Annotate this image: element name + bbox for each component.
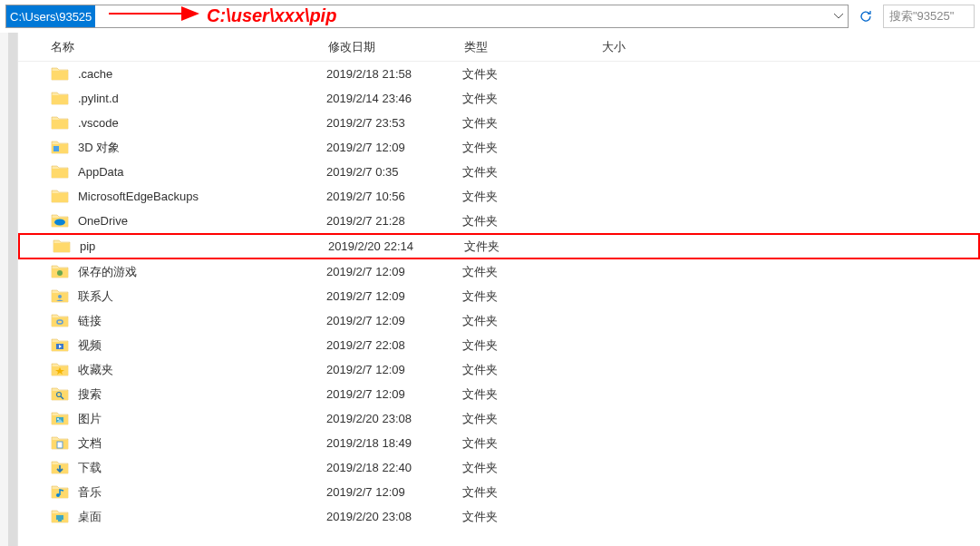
address-bar[interactable]: C:\Users\93525 xyxy=(5,5,849,28)
file-type: 文件夹 xyxy=(453,460,591,476)
file-date: 2019/2/20 23:08 xyxy=(317,412,453,425)
file-row[interactable]: 保存的游戏2019/2/7 12:09文件夹 xyxy=(18,259,980,284)
file-name: 桌面 xyxy=(78,509,317,525)
file-date: 2019/2/7 21:28 xyxy=(317,214,453,228)
folder-icon xyxy=(51,508,69,526)
file-row[interactable]: 桌面2019/2/20 23:08文件夹 xyxy=(18,504,980,529)
file-row[interactable]: OneDrive2019/2/7 21:28文件夹 xyxy=(18,209,980,233)
file-name: 音乐 xyxy=(78,484,317,501)
file-date: 2019/2/7 12:09 xyxy=(317,141,453,154)
folder-icon xyxy=(51,361,69,379)
file-date: 2019/2/7 12:09 xyxy=(317,363,453,376)
folder-icon xyxy=(51,212,69,230)
search-input[interactable]: 搜索"93525" xyxy=(883,5,975,28)
file-name: 下载 xyxy=(78,460,317,476)
file-name: 3D 对象 xyxy=(78,140,317,156)
file-row[interactable]: 音乐2019/2/7 12:09文件夹 xyxy=(18,480,980,504)
svg-rect-2 xyxy=(53,146,59,151)
file-row[interactable]: 图片2019/2/20 23:08文件夹 xyxy=(18,406,980,431)
file-row[interactable]: 视频2019/2/7 22:08文件夹 xyxy=(18,333,980,357)
file-name: 联系人 xyxy=(78,288,317,305)
file-row[interactable]: .cache2019/2/18 21:58文件夹 xyxy=(18,62,980,86)
file-date: 2019/2/18 18:49 xyxy=(317,436,453,450)
file-row[interactable]: .vscode2019/2/7 23:53文件夹 xyxy=(18,111,980,135)
file-name: AppData xyxy=(78,165,317,179)
file-type: 文件夹 xyxy=(453,66,591,83)
file-row[interactable]: .pylint.d2019/2/14 23:46文件夹 xyxy=(18,86,980,111)
file-date: 2019/2/7 23:53 xyxy=(317,116,453,130)
svg-point-5 xyxy=(58,295,62,298)
file-date: 2019/2/7 12:09 xyxy=(317,265,453,278)
search-placeholder: 搜索"93525" xyxy=(889,8,954,24)
file-date: 2019/2/18 22:40 xyxy=(317,461,453,474)
column-headers: 名称 修改日期 类型 大小 xyxy=(18,33,980,62)
folder-icon xyxy=(51,288,69,306)
file-type: 文件夹 xyxy=(453,213,591,229)
svg-point-13 xyxy=(57,418,59,420)
column-size[interactable]: 大小 xyxy=(593,39,702,55)
folder-icon xyxy=(51,90,69,108)
file-type: 文件夹 xyxy=(453,91,591,107)
file-name: 视频 xyxy=(78,337,317,354)
file-type: 文件夹 xyxy=(453,189,591,205)
file-name: 链接 xyxy=(78,313,317,329)
file-name: .pylint.d xyxy=(78,92,317,105)
file-row[interactable]: 3D 对象2019/2/7 12:09文件夹 xyxy=(18,135,980,160)
file-row[interactable]: MicrosoftEdgeBackups2019/2/7 10:56文件夹 xyxy=(18,184,980,209)
svg-rect-15 xyxy=(57,442,63,448)
file-date: 2019/2/7 0:35 xyxy=(317,165,453,179)
file-row[interactable]: pip2019/2/20 22:14文件夹 xyxy=(18,233,980,259)
file-type: 文件夹 xyxy=(453,140,591,156)
file-type: 文件夹 xyxy=(453,164,591,180)
address-dropdown-icon[interactable] xyxy=(830,5,848,27)
file-date: 2019/2/7 12:09 xyxy=(317,387,453,401)
file-row[interactable]: 链接2019/2/7 12:09文件夹 xyxy=(18,308,980,333)
file-name: 收藏夹 xyxy=(78,362,317,378)
folder-icon xyxy=(51,263,69,281)
file-name: 搜索 xyxy=(78,386,317,403)
file-date: 2019/2/7 22:08 xyxy=(317,338,453,352)
column-name[interactable]: 名称 xyxy=(18,39,319,55)
file-name: MicrosoftEdgeBackups xyxy=(78,190,317,203)
file-name: 保存的游戏 xyxy=(78,264,317,280)
svg-point-3 xyxy=(54,219,65,225)
file-date: 2019/2/7 12:09 xyxy=(317,314,453,327)
folder-icon xyxy=(51,65,69,83)
navigation-pane-edge xyxy=(0,33,18,546)
file-name: OneDrive xyxy=(78,214,317,228)
file-date: 2019/2/18 21:58 xyxy=(317,67,453,81)
file-date: 2019/2/7 12:09 xyxy=(317,485,453,499)
file-type: 文件夹 xyxy=(453,435,591,452)
file-date: 2019/2/7 12:09 xyxy=(317,289,453,303)
file-date: 2019/2/14 23:46 xyxy=(317,92,453,105)
file-list: .cache2019/2/18 21:58文件夹.pylint.d2019/2/… xyxy=(18,62,980,529)
refresh-button[interactable] xyxy=(854,5,878,28)
folder-icon xyxy=(51,483,69,502)
folder-icon xyxy=(51,434,69,453)
file-type: 文件夹 xyxy=(453,509,591,525)
folder-icon xyxy=(51,163,69,181)
column-type[interactable]: 类型 xyxy=(455,39,593,55)
file-row[interactable]: 联系人2019/2/7 12:09文件夹 xyxy=(18,284,980,308)
folder-icon xyxy=(51,336,69,355)
file-row[interactable]: 收藏夹2019/2/7 12:09文件夹 xyxy=(18,357,980,382)
file-type: 文件夹 xyxy=(453,337,591,354)
file-type: 文件夹 xyxy=(453,264,591,280)
file-name: .vscode xyxy=(78,116,317,130)
folder-icon xyxy=(51,139,69,157)
file-row[interactable]: AppData2019/2/7 0:35文件夹 xyxy=(18,160,980,184)
file-row[interactable]: 下载2019/2/18 22:40文件夹 xyxy=(18,455,980,480)
folder-icon xyxy=(51,410,69,428)
file-type: 文件夹 xyxy=(453,288,591,305)
folder-icon xyxy=(51,114,69,132)
file-type: 文件夹 xyxy=(453,386,591,403)
folder-icon xyxy=(51,312,69,330)
column-date[interactable]: 修改日期 xyxy=(319,39,455,55)
folder-icon xyxy=(51,188,69,206)
address-path[interactable]: C:\Users\93525 xyxy=(6,5,95,27)
file-row[interactable]: 文档2019/2/18 18:49文件夹 xyxy=(18,431,980,455)
file-type: 文件夹 xyxy=(453,484,591,501)
svg-rect-17 xyxy=(56,515,63,520)
svg-point-4 xyxy=(57,270,63,276)
file-row[interactable]: 搜索2019/2/7 12:09文件夹 xyxy=(18,382,980,406)
